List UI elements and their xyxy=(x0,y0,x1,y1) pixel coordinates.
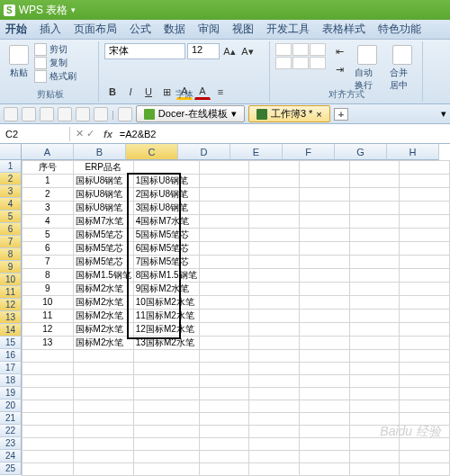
indent-decrease-button[interactable]: ⇤ xyxy=(331,43,347,59)
cell-F18[interactable] xyxy=(299,388,349,400)
row-header-9[interactable]: 9 xyxy=(0,261,22,274)
cell-A12[interactable]: 11 xyxy=(22,310,74,323)
cell-C1[interactable] xyxy=(133,161,199,175)
cell-G9[interactable] xyxy=(349,269,400,283)
row-header-10[interactable]: 10 xyxy=(0,274,22,286)
row-header-19[interactable]: 19 xyxy=(0,387,22,400)
row-header-14[interactable]: 14 xyxy=(0,324,22,337)
col-header-H[interactable]: H xyxy=(387,144,439,160)
cell-B10[interactable]: 国标M2水笔 xyxy=(73,283,133,296)
cancel-formula-icon[interactable]: ✕ xyxy=(76,128,84,139)
menu-8[interactable]: 表格样式 xyxy=(322,22,365,37)
cell-H23[interactable] xyxy=(400,451,450,463)
col-header-A[interactable]: A xyxy=(22,144,74,160)
cell-C12[interactable]: 11国标M2水笔 xyxy=(133,310,199,323)
cell-G2[interactable] xyxy=(349,175,400,188)
cell-G24[interactable] xyxy=(349,463,400,476)
cell-F8[interactable] xyxy=(299,256,349,269)
cell-E9[interactable] xyxy=(249,269,300,283)
cell-E2[interactable] xyxy=(249,175,300,188)
cell-H3[interactable] xyxy=(400,188,450,202)
cell-F3[interactable] xyxy=(299,188,349,202)
cell-H24[interactable] xyxy=(400,463,450,476)
cell-G20[interactable] xyxy=(349,413,400,426)
cell-A20[interactable] xyxy=(22,413,74,426)
cut-button[interactable]: 剪切 xyxy=(34,43,76,56)
cell-E20[interactable] xyxy=(249,413,300,426)
cell-F14[interactable] xyxy=(299,337,349,350)
cell-E3[interactable] xyxy=(249,188,300,202)
row-header-3[interactable]: 3 xyxy=(0,185,22,198)
cell-D6[interactable] xyxy=(199,229,249,242)
close-tab-icon[interactable]: × xyxy=(316,109,321,120)
row-header-12[interactable]: 12 xyxy=(0,299,22,311)
cell-G15[interactable] xyxy=(349,350,400,363)
cell-A4[interactable]: 3 xyxy=(22,202,74,215)
cell-H15[interactable] xyxy=(400,350,450,363)
cell-F23[interactable] xyxy=(299,451,349,463)
cell-H14[interactable] xyxy=(400,337,450,350)
cell-C19[interactable] xyxy=(133,400,199,413)
cell-H21[interactable] xyxy=(400,426,450,438)
cell-F2[interactable] xyxy=(299,175,349,188)
cell-C21[interactable] xyxy=(133,426,199,438)
menu-9[interactable]: 特色功能 xyxy=(378,22,421,37)
cell-C8[interactable]: 7国标M5笔芯 xyxy=(133,256,199,269)
cell-E5[interactable] xyxy=(249,215,300,229)
cell-A10[interactable]: 9 xyxy=(22,283,74,296)
row-header-6[interactable]: 6 xyxy=(0,223,22,236)
row-header-25[interactable]: 25 xyxy=(0,463,22,475)
cell-E7[interactable] xyxy=(249,242,300,256)
cell-C6[interactable]: 5国标M5笔芯 xyxy=(133,229,199,242)
cell-G1[interactable] xyxy=(349,161,400,175)
cell-F15[interactable] xyxy=(299,350,349,363)
select-all-corner[interactable] xyxy=(0,144,22,160)
cell-H19[interactable] xyxy=(400,400,450,413)
cell-F16[interactable] xyxy=(299,363,349,375)
cell-B20[interactable] xyxy=(73,413,133,426)
cell-B9[interactable]: 国标M1.5钢笔 xyxy=(73,269,133,283)
cell-B23[interactable] xyxy=(73,451,133,463)
menu-3[interactable]: 公式 xyxy=(130,22,151,37)
row-header-20[interactable]: 20 xyxy=(0,400,22,412)
cell-D17[interactable] xyxy=(199,375,249,388)
row-header-22[interactable]: 22 xyxy=(0,425,22,437)
cell-G3[interactable] xyxy=(349,188,400,202)
cell-H6[interactable] xyxy=(400,229,450,242)
fx-icon[interactable]: fx xyxy=(100,129,116,139)
cell-G19[interactable] xyxy=(349,400,400,413)
col-header-C[interactable]: C xyxy=(126,144,178,160)
cell-D8[interactable] xyxy=(199,256,249,269)
cell-E18[interactable] xyxy=(249,388,300,400)
cell-F21[interactable] xyxy=(299,426,349,438)
cell-H18[interactable] xyxy=(400,388,450,400)
cell-D12[interactable] xyxy=(199,310,249,323)
cell-A17[interactable] xyxy=(22,375,74,388)
cell-A9[interactable]: 8 xyxy=(22,269,74,283)
cell-E10[interactable] xyxy=(249,283,300,296)
cell-G12[interactable] xyxy=(349,310,400,323)
cell-B17[interactable] xyxy=(73,375,133,388)
formula-input[interactable] xyxy=(116,127,450,141)
cell-F9[interactable] xyxy=(299,269,349,283)
decrease-font-button[interactable]: A▾ xyxy=(239,43,256,59)
cell-D9[interactable] xyxy=(199,269,249,283)
cell-E17[interactable] xyxy=(249,375,300,388)
cell-G14[interactable] xyxy=(349,337,400,350)
cell-D7[interactable] xyxy=(199,242,249,256)
cell-H17[interactable] xyxy=(400,375,450,388)
qat-print-icon[interactable] xyxy=(40,107,54,121)
cell-B1[interactable]: ERP品名 xyxy=(73,161,133,175)
new-tab-button[interactable]: + xyxy=(334,108,348,121)
cell-D3[interactable] xyxy=(199,188,249,202)
cell-B8[interactable]: 国标M5笔芯 xyxy=(73,256,133,269)
cell-B21[interactable] xyxy=(73,426,133,438)
menu-6[interactable]: 视图 xyxy=(232,22,254,37)
cell-B5[interactable]: 国标M7水笔 xyxy=(73,215,133,229)
cell-D22[interactable] xyxy=(199,438,249,451)
cell-G11[interactable] xyxy=(349,296,400,310)
cell-G5[interactable] xyxy=(349,215,400,229)
cell-H2[interactable] xyxy=(400,175,450,188)
cell-E11[interactable] xyxy=(249,296,300,310)
cell-A15[interactable] xyxy=(22,350,74,363)
